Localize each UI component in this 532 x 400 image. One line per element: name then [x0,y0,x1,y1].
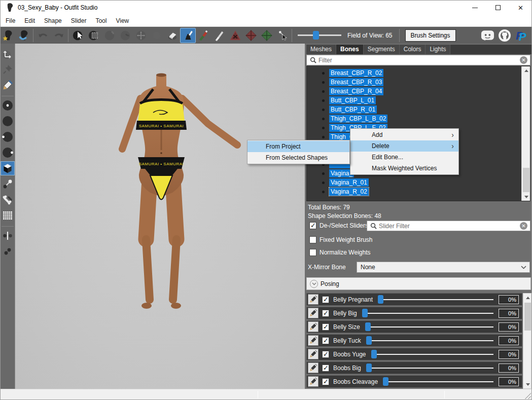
xmirror-dropdown[interactable]: None [357,262,530,273]
field-of-view-handle[interactable] [313,31,319,40]
slider-handle[interactable] [366,336,372,345]
new-project-button[interactable] [0,28,16,43]
edit-slider-button[interactable] [308,349,318,359]
scroll-down-icon[interactable] [523,380,532,388]
resize-grip[interactable] [525,393,531,399]
load-project-button[interactable] [16,28,31,43]
submenu-item[interactable]: From Selected Shapes [247,152,349,163]
maximize-button[interactable] [486,0,509,15]
context-menu-item[interactable]: Edit Bone... [350,152,458,163]
slider-checkbox[interactable] [322,337,329,344]
menubar-item-file[interactable]: File [1,16,20,26]
redo-button[interactable] [51,28,66,43]
split-edge-button[interactable] [259,28,274,43]
submenu-item[interactable]: From Project [247,141,349,152]
bone-item[interactable]: Vagina_R_02 [307,187,530,196]
move-brush-button[interactable] [133,28,149,43]
bone-item[interactable]: Breast_CBP_R_02 [307,68,530,78]
show-bones-button[interactable] [1,193,15,207]
slider-checkbox[interactable] [322,310,329,317]
discord-icon[interactable] [481,29,494,42]
slider-track[interactable] [371,354,493,355]
normalize-weights-checkbox[interactable] [309,249,316,256]
show-grid-button[interactable] [1,208,15,223]
select-tool-button[interactable] [70,28,86,43]
scrollbar-thumb[interactable] [523,168,529,192]
slider-list-scrollbar[interactable] [523,293,531,389]
clear-filter-icon[interactable]: ✕ [520,56,527,64]
scrollbar-thumb[interactable] [524,303,531,331]
slider-checkbox[interactable] [322,365,329,372]
slider-checkbox[interactable] [322,296,329,303]
undiff-brush-button[interactable] [164,28,180,43]
bone-filter-input[interactable] [318,57,517,64]
view-back-button[interactable] [1,114,15,128]
slider-track[interactable] [378,299,493,300]
minimize-button[interactable] [464,0,486,15]
slider-track[interactable] [383,381,493,382]
edit-slider-button[interactable] [308,376,318,387]
mask-brush-button[interactable] [86,28,101,43]
smooth-brush-button[interactable] [149,28,164,43]
bone-item[interactable]: Vagina_R_01 [307,178,530,187]
context-menu-item[interactable]: Add› [350,129,458,140]
scroll-down-icon[interactable] [522,193,530,201]
vertex-edit-tool-button[interactable] [1,78,15,92]
brush-settings-button[interactable]: Brush Settings [405,29,456,42]
slider-value[interactable]: 0% [499,322,519,332]
menubar-item-edit[interactable]: Edit [20,16,40,26]
slider-value[interactable]: 0% [499,295,519,304]
slider-value[interactable]: 0% [499,309,519,318]
tab-meshes[interactable]: Meshes [306,45,336,54]
slider-handle[interactable] [365,322,371,331]
inflate-brush-button[interactable] [101,28,117,43]
edit-slider-button[interactable] [308,308,318,318]
weight-brush-button[interactable] [180,28,196,43]
alpha-brush-button[interactable] [211,28,227,43]
bone-item[interactable]: Breast_CBP_R_03 [307,78,530,87]
viewport-3d[interactable]: SAMURAI • SAMURAI SAMURAI • SAMURAI [15,44,305,389]
slider-track[interactable] [365,326,493,328]
close-button[interactable]: ✕ [509,0,532,15]
tab-bones[interactable]: Bones [336,45,364,54]
undo-button[interactable] [35,28,51,43]
posing-section-header[interactable]: Posing [306,277,531,290]
tab-lights[interactable]: Lights [425,45,450,54]
fixed-weight-brush-checkbox[interactable] [309,236,316,243]
edit-slider-button[interactable] [308,335,318,346]
slider-track[interactable] [362,313,493,314]
bone-list-scrollbar[interactable] [521,66,530,201]
slider-value[interactable]: 0% [499,336,519,345]
tab-colors[interactable]: Colors [400,45,426,54]
slider-checkbox[interactable] [322,351,329,358]
field-of-view-slider[interactable] [298,34,341,36]
flip-edge-button[interactable] [243,28,259,43]
edit-slider-button[interactable] [308,294,318,305]
scroll-up-icon[interactable] [522,66,530,75]
move-vertex-button[interactable] [274,28,290,43]
bone-item[interactable]: Butt_CBP_R_01 [307,105,530,114]
slider-checkbox[interactable] [322,323,329,331]
slider-value[interactable]: 0% [499,363,519,373]
github-icon[interactable] [498,29,511,42]
menubar-item-shape[interactable]: Shape [40,16,66,26]
view-right-button[interactable] [1,146,15,160]
color-brush-button[interactable] [196,28,211,43]
paypal-icon[interactable]: P P [515,29,527,42]
pin-tool-button[interactable] [1,62,15,77]
menubar-item-view[interactable]: View [111,16,133,26]
slider-handle[interactable] [366,363,372,372]
connected-vertices-toggle-button[interactable] [1,244,15,259]
transform-tool-button[interactable] [1,47,15,61]
menubar-item-tool[interactable]: Tool [91,16,111,26]
bone-item[interactable]: Butt_CBP_L_01 [307,96,530,105]
slider-handle[interactable] [378,295,383,304]
show-nodes-button[interactable] [1,177,15,191]
slider-handle[interactable] [371,350,377,358]
tab-segments[interactable]: Segments [364,45,400,54]
slider-track[interactable] [366,368,493,369]
context-menu-item[interactable]: Delete› [350,140,458,152]
bone-item[interactable]: Thigh_CBP_L_B_02 [307,114,530,123]
view-front-button[interactable] [1,98,15,113]
slider-filter-input[interactable] [379,223,517,230]
